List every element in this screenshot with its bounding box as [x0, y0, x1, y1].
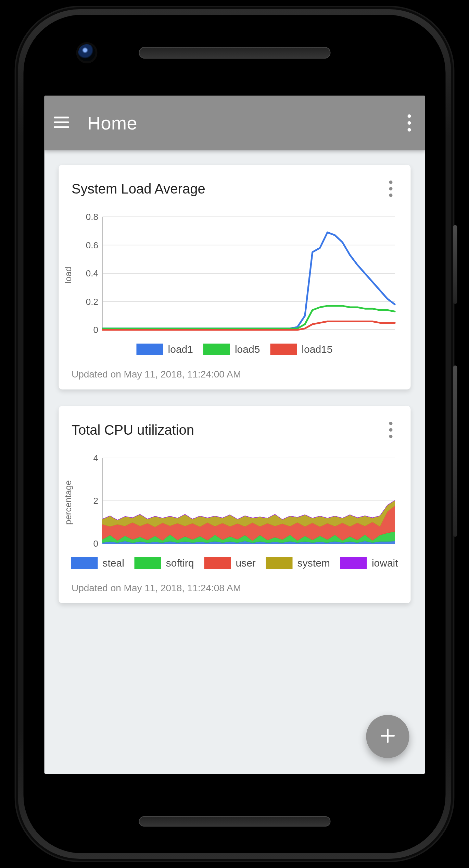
y-axis-label: percentage [63, 480, 74, 525]
card-title: Total CPU utilization [72, 422, 194, 438]
legend-item: system [266, 557, 330, 569]
legend-item: softirq [135, 557, 194, 569]
chart-legend: load1load5load15 [70, 344, 399, 355]
y-tick-label: 4 [74, 453, 98, 463]
legend-swatch [204, 557, 231, 569]
legend-swatch [137, 344, 163, 355]
y-tick-label: 0 [74, 325, 98, 335]
phone-front-camera [78, 44, 96, 61]
legend-label: load15 [302, 344, 332, 355]
legend-label: system [297, 557, 330, 569]
legend-item: steal [71, 557, 124, 569]
chart-canvas [101, 455, 395, 550]
y-tick-label: 0.8 [74, 212, 98, 222]
card-system-load: System Load Average load 00.20.40.60.8 [59, 165, 410, 389]
chart-canvas [101, 213, 395, 337]
legend-swatch [203, 344, 230, 355]
phone-bottom-speaker [139, 816, 330, 827]
menu-button[interactable] [50, 112, 72, 134]
legend-item: load15 [270, 344, 332, 355]
legend-item: load1 [137, 344, 193, 355]
card-updated-text: Updated on May 11, 2018, 11:24:08 AM [72, 583, 399, 594]
chart-system-load: load 00.20.40.60.8 [70, 213, 399, 337]
app-screen: Home System Load Average [44, 96, 425, 774]
plus-icon [379, 727, 396, 746]
y-axis-label: load [63, 266, 74, 283]
y-tick-label: 0.4 [74, 268, 98, 279]
card-overflow-menu[interactable] [384, 178, 397, 200]
legend-label: steal [102, 557, 124, 569]
more-vertical-icon [389, 422, 392, 438]
volume-button-bottom [453, 365, 457, 537]
add-fab[interactable] [366, 715, 409, 758]
y-tick-label: 0.6 [74, 240, 98, 250]
page-title: Home [87, 112, 137, 134]
chart-legend: stealsoftirqusersystemiowait [70, 557, 399, 569]
chart-cpu-utilization: percentage 024 [70, 455, 399, 550]
legend-swatch [270, 344, 297, 355]
volume-button-top [453, 225, 457, 304]
legend-label: user [236, 557, 256, 569]
legend-item: user [204, 557, 256, 569]
legend-label: iowait [372, 557, 398, 569]
y-tick-label: 2 [74, 496, 98, 506]
more-vertical-icon [407, 114, 411, 132]
more-vertical-icon [389, 181, 392, 197]
legend-swatch [266, 557, 293, 569]
phone-earpiece [139, 47, 330, 59]
y-axis-ticks: 00.20.40.60.8 [74, 213, 98, 337]
legend-label: softirq [166, 557, 194, 569]
card-cpu-utilization: Total CPU utilization percentage 024 [59, 406, 410, 603]
legend-label: load5 [235, 344, 260, 355]
legend-swatch [135, 557, 161, 569]
legend-swatch [340, 557, 367, 569]
app-bar: Home [44, 96, 425, 150]
appbar-overflow-menu[interactable] [402, 112, 416, 134]
hamburger-icon [53, 115, 69, 131]
legend-item: iowait [340, 557, 398, 569]
y-tick-label: 0.2 [74, 296, 98, 307]
card-updated-text: Updated on May 11, 2018, 11:24:00 AM [72, 369, 399, 380]
y-tick-label: 0 [74, 538, 98, 549]
card-title: System Load Average [72, 181, 205, 197]
legend-label: load1 [168, 344, 193, 355]
legend-swatch [71, 557, 98, 569]
legend-item: load5 [203, 344, 260, 355]
y-axis-ticks: 024 [74, 455, 98, 550]
card-overflow-menu[interactable] [384, 419, 397, 441]
